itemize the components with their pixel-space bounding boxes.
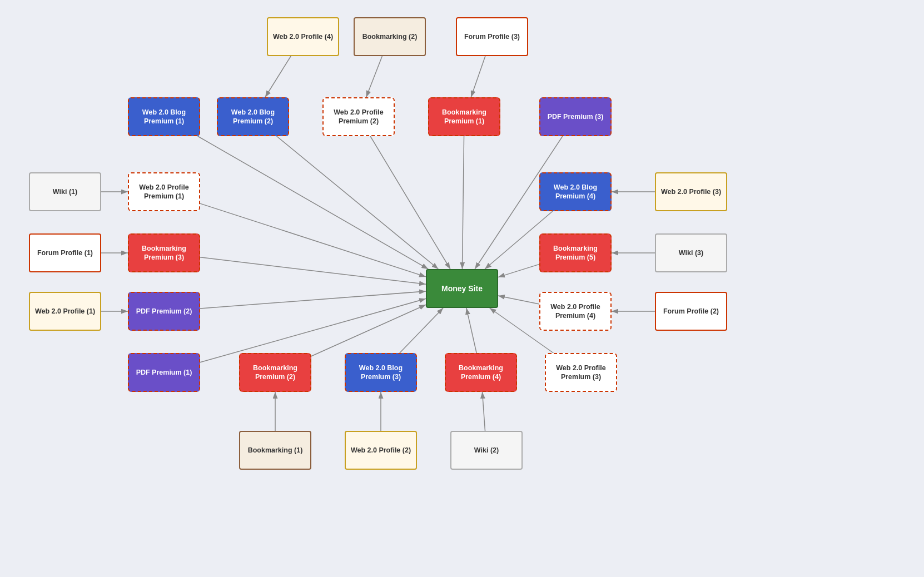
svg-line-27 xyxy=(466,308,476,353)
web20_profile_1: Web 2.0 Profile (1) xyxy=(29,292,101,331)
bookmarking_premium_5: Bookmarking Premium (5) xyxy=(539,233,612,272)
wiki_3: Wiki (3) xyxy=(655,233,727,272)
wiki_1: Wiki (1) xyxy=(29,172,101,211)
bookmarking_premium_4: Bookmarking Premium (4) xyxy=(445,353,517,392)
svg-line-18 xyxy=(200,203,426,277)
svg-line-21 xyxy=(498,264,539,277)
pdf_premium_2: PDF Premium (2) xyxy=(128,292,200,331)
svg-line-15 xyxy=(370,136,450,269)
web20_profile_premium_4: Web 2.0 Profile Premium (4) xyxy=(539,292,612,331)
svg-line-22 xyxy=(200,291,426,309)
money_site: Money Site xyxy=(426,269,498,308)
forum_profile_3: Forum Profile (3) xyxy=(456,17,528,56)
svg-line-20 xyxy=(200,257,426,284)
bookmarking_premium_2: Bookmarking Premium (2) xyxy=(239,353,311,392)
pdf_premium_3: PDF Premium (3) xyxy=(539,97,612,136)
blog_premium_3: Web 2.0 Blog Premium (3) xyxy=(345,353,417,392)
web20_profile_3: Web 2.0 Profile (3) xyxy=(655,172,727,211)
bookmarking_premium_3: Bookmarking Premium (3) xyxy=(128,233,200,272)
pdf_premium_1: PDF Premium (1) xyxy=(128,353,200,392)
web20_profile_premium_2: Web 2.0 Profile Premium (2) xyxy=(322,97,395,136)
web20_profile_premium_1: Web 2.0 Profile Premium (1) xyxy=(128,172,200,211)
blog_premium_2: Web 2.0 Blog Premium (2) xyxy=(217,97,289,136)
bookmarking_premium_1: Bookmarking Premium (1) xyxy=(428,97,500,136)
svg-line-14 xyxy=(277,136,439,269)
bookmarking_1: Bookmarking (1) xyxy=(239,431,311,470)
svg-line-3 xyxy=(471,56,485,97)
web20_profile_2: Web 2.0 Profile (2) xyxy=(345,431,417,470)
web20_profile_4: Web 2.0 Profile (4) xyxy=(267,17,339,56)
svg-line-26 xyxy=(400,308,443,353)
svg-line-1 xyxy=(265,56,291,97)
forum_profile_1: Forum Profile (1) xyxy=(29,233,101,272)
wiki_2: Wiki (2) xyxy=(450,431,523,470)
web20_profile_premium_3: Web 2.0 Profile Premium (3) xyxy=(545,353,617,392)
svg-line-12 xyxy=(483,392,485,431)
svg-line-16 xyxy=(462,136,464,269)
forum_profile_2: Forum Profile (2) xyxy=(655,292,727,331)
svg-line-25 xyxy=(311,305,426,356)
blog_premium_4: Web 2.0 Blog Premium (4) xyxy=(539,172,612,211)
svg-line-2 xyxy=(366,56,382,97)
bookmarking_2: Bookmarking (2) xyxy=(354,17,426,56)
svg-line-23 xyxy=(498,296,539,304)
diagram: Money SiteWeb 2.0 Profile (4)Bookmarking… xyxy=(0,0,924,577)
svg-line-13 xyxy=(198,136,429,269)
blog_premium_1: Web 2.0 Blog Premium (1) xyxy=(128,97,200,136)
